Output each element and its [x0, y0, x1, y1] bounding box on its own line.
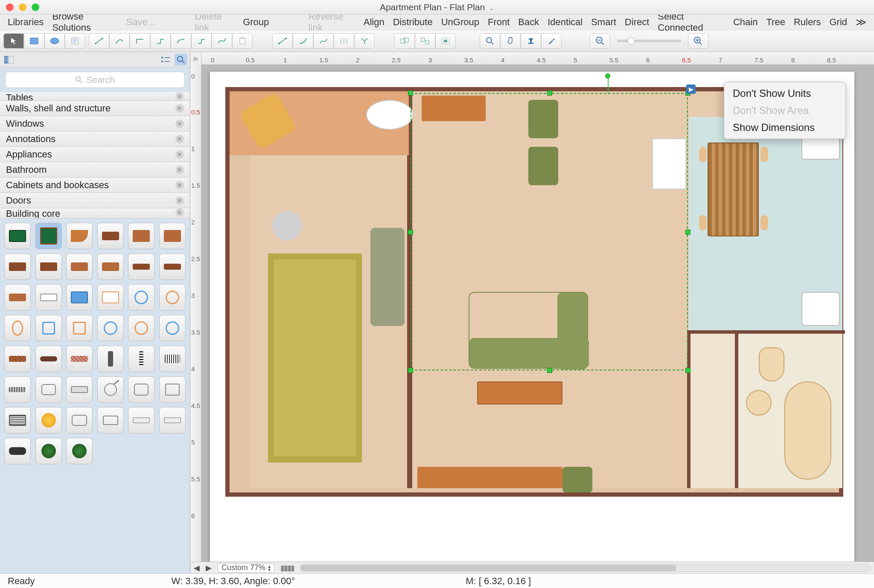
menu-tree[interactable]: Tree [766, 17, 785, 28]
furniture-toilet[interactable] [759, 347, 784, 381]
close-icon[interactable]: ✕ [175, 119, 184, 128]
menu-item-dont-show-area[interactable]: Don't Show Area [724, 102, 845, 119]
library-item-walls[interactable]: Walls, shell and structure✕ [0, 101, 190, 116]
zoom-tool[interactable] [480, 33, 500, 49]
connector-direct[interactable] [89, 33, 109, 49]
zoom-slider-knob[interactable] [627, 37, 635, 45]
selection-handle[interactable] [547, 90, 552, 96]
library-item-appliances[interactable]: Appliances✕ [0, 147, 190, 162]
search-input[interactable]: Search [5, 72, 185, 88]
shape-item[interactable] [159, 223, 186, 249]
close-window-button[interactable] [6, 3, 14, 11]
zoom-level-selector[interactable]: Custom 77% ▴▾ [218, 563, 274, 573]
close-icon[interactable]: ✕ [175, 196, 184, 205]
shape-item[interactable] [66, 407, 93, 434]
furniture-chair-dining[interactable] [699, 215, 707, 230]
shape-item[interactable] [159, 253, 186, 280]
selection-handle[interactable] [685, 368, 690, 373]
shape-item[interactable] [66, 315, 93, 341]
zoom-window-button[interactable] [32, 3, 39, 11]
clipboard-tool[interactable] [232, 33, 253, 49]
furniture-kitchen-sink[interactable] [801, 292, 840, 326]
shape-item[interactable] [35, 376, 62, 403]
library-item-bathroom[interactable]: Bathroom✕ [0, 162, 190, 178]
close-icon[interactable]: ✕ [175, 208, 184, 217]
shape-item[interactable] [35, 253, 62, 280]
furniture-chair-dining[interactable] [760, 215, 768, 230]
wall[interactable] [735, 330, 738, 488]
container-tool[interactable] [435, 33, 456, 49]
library-item-doors[interactable]: Doors✕ [0, 193, 190, 208]
rotation-handle[interactable] [605, 73, 610, 79]
search-toggle-icon[interactable] [175, 54, 187, 66]
arc-path-tool[interactable] [293, 33, 313, 49]
selection-handle[interactable] [685, 230, 690, 235]
room-wc[interactable] [689, 330, 737, 488]
shape-item[interactable] [4, 407, 31, 434]
selection-handle[interactable] [408, 230, 413, 235]
connector-ortho-1[interactable] [130, 33, 150, 49]
connector-bezier[interactable] [212, 33, 232, 49]
shape-item[interactable] [4, 253, 31, 280]
shape-item[interactable] [66, 346, 93, 372]
furniture-sofa-small[interactable] [370, 228, 405, 326]
smart-tag-icon[interactable]: ▶ [686, 84, 696, 94]
shape-item[interactable] [66, 253, 93, 280]
shape-item[interactable] [128, 346, 154, 372]
document-title[interactable]: Apartment Plan - Flat Plan ⌄ [380, 2, 494, 12]
close-icon[interactable]: ✕ [175, 181, 184, 189]
menu-save[interactable]: Save... [126, 17, 155, 28]
shape-item[interactable] [4, 346, 31, 372]
library-item-cabinets[interactable]: Cabinets and bookcases✕ [0, 178, 190, 193]
shape-item[interactable] [128, 253, 154, 280]
pointer-tool[interactable] [3, 33, 24, 49]
furniture-chair-dining[interactable] [760, 147, 768, 162]
library-item-windows[interactable]: Windows✕ [0, 116, 190, 131]
shape-item[interactable] [66, 223, 93, 249]
shape-item[interactable] [35, 223, 62, 249]
close-icon[interactable]: ✕ [175, 150, 184, 159]
ruler-vertical[interactable]: 0 0.5 1 1.5 2 2.5 3 3.5 4 4.5 5 5.5 6 [190, 65, 201, 562]
shape-item[interactable] [4, 438, 31, 464]
shape-item[interactable] [66, 438, 93, 464]
furniture-chair[interactable] [272, 211, 302, 241]
connector-round-1[interactable] [171, 33, 191, 49]
menu-grid[interactable]: Grid [829, 17, 847, 28]
next-page-icon[interactable]: ▶ [206, 563, 212, 573]
selection-handle[interactable] [408, 368, 413, 373]
shape-item[interactable] [4, 284, 31, 311]
floor-plan[interactable] [225, 87, 843, 497]
furniture-ottoman[interactable] [562, 467, 592, 492]
selection-handle[interactable] [547, 368, 552, 373]
menu-smart[interactable]: Smart [591, 17, 616, 28]
line-path-tool[interactable] [272, 33, 293, 49]
library-item-tables[interactable]: Tables✕ [0, 92, 190, 101]
prev-page-icon[interactable]: ◀ [194, 563, 200, 573]
library-item-building-core[interactable]: Building core✕ [0, 208, 190, 218]
group-tool[interactable] [394, 33, 415, 49]
shape-item[interactable] [159, 407, 186, 434]
menu-overflow-icon[interactable]: ≫ [856, 16, 866, 28]
shape-item[interactable] [97, 284, 124, 311]
shape-item[interactable] [97, 315, 124, 341]
shape-item[interactable] [159, 315, 186, 341]
menu-back[interactable]: Back [518, 17, 539, 28]
close-icon[interactable]: ✕ [175, 135, 184, 143]
selection-outline[interactable] [411, 93, 688, 370]
furniture-rug[interactable] [268, 253, 362, 463]
stamp-tool[interactable] [521, 33, 541, 49]
branch-tool[interactable] [354, 33, 375, 49]
library-item-annotations[interactable]: Annotations✕ [0, 131, 190, 147]
ungroup-tool[interactable] [415, 33, 435, 49]
shape-item[interactable] [35, 315, 62, 341]
shape-item[interactable] [35, 284, 62, 311]
drawing-canvas[interactable]: ▶ Don't Show Units Don't Show Area Show … [201, 65, 874, 562]
menu-ungroup[interactable]: UnGroup [441, 17, 479, 28]
furniture-basin[interactable] [746, 390, 772, 416]
shape-item[interactable] [97, 376, 124, 403]
furniture-shelving[interactable] [417, 467, 562, 488]
connector-curve[interactable] [109, 33, 130, 49]
shape-item[interactable] [97, 407, 124, 434]
shape-item[interactable] [159, 376, 186, 403]
horizontal-scrollbar[interactable] [300, 564, 871, 572]
